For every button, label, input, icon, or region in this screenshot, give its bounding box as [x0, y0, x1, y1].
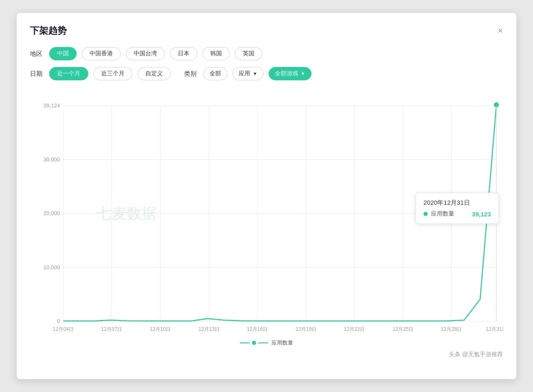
- region-taiwan[interactable]: 中国台湾: [126, 47, 165, 60]
- svg-text:10,000: 10,000: [43, 264, 60, 270]
- region-korea[interactable]: 韩国: [202, 47, 230, 60]
- footer-watermark: 头条 @无氪手游推荐: [30, 351, 503, 358]
- chevron-down-icon-game: ▼: [301, 71, 305, 76]
- modal-header: 下架趋势 ×: [30, 25, 503, 37]
- category-all-label: 全部: [209, 70, 221, 77]
- date-custom[interactable]: 自定义: [137, 67, 171, 80]
- date-filter-row: 日期 近一个月 近三个月 自定义 类别 全部 应用 ▼ 全部游戏 ▼: [30, 67, 503, 80]
- category-label: 类别: [184, 70, 197, 78]
- region-japan[interactable]: 日本: [170, 47, 197, 60]
- svg-text:12月07日: 12月07日: [101, 326, 122, 332]
- svg-text:12月19日: 12月19日: [296, 326, 316, 332]
- category-app-select[interactable]: 应用 ▼: [232, 67, 264, 80]
- svg-text:30,000: 30,000: [43, 156, 60, 162]
- tooltip-metric-name: 应用数量: [431, 210, 454, 218]
- chart-area: 39,124 30,000 20,000 10,000 0 12月04日 12月…: [30, 93, 503, 334]
- region-filter-row: 地区 中国 中国香港 中国台湾 日本 韩国 英国: [30, 47, 503, 60]
- svg-text:12月10日: 12月10日: [150, 326, 171, 332]
- svg-text:39,124: 39,124: [43, 102, 60, 109]
- region-hongkong[interactable]: 中国香港: [82, 47, 121, 60]
- tooltip-dot-icon: [423, 212, 428, 216]
- legend-dot-icon: [252, 341, 256, 345]
- legend-label: 应用数量: [271, 339, 293, 347]
- date-label: 日期: [30, 70, 42, 78]
- modal-container: 下架趋势 × 地区 中国 中国香港 中国台湾 日本 韩国 英国 日期 近一个月 …: [17, 13, 516, 379]
- chart-tooltip: 2020年12月31日 应用数量 39,123: [416, 193, 499, 224]
- tooltip-metric-row: 应用数量 39,123: [423, 210, 491, 218]
- region-china[interactable]: 中国: [49, 47, 77, 60]
- svg-text:12月22日: 12月22日: [344, 326, 365, 332]
- category-all-select[interactable]: 全部: [203, 67, 227, 80]
- svg-text:12月04日: 12月04日: [53, 326, 74, 332]
- svg-text:12月16日: 12月16日: [247, 326, 268, 332]
- svg-text:12月28日: 12月28日: [441, 326, 462, 332]
- chevron-down-icon: ▼: [253, 71, 257, 76]
- tooltip-metric-value: 39,123: [472, 211, 491, 218]
- close-button[interactable]: ×: [498, 26, 503, 35]
- chart-legend: 应用数量: [30, 339, 503, 347]
- date-three-months[interactable]: 近三个月: [93, 67, 132, 80]
- region-uk[interactable]: 英国: [235, 47, 262, 60]
- category-game-select[interactable]: 全部游戏 ▼: [269, 67, 311, 80]
- svg-text:12月31日: 12月31日: [486, 326, 503, 332]
- modal-title: 下架趋势: [30, 25, 67, 37]
- date-one-month[interactable]: 近一个月: [49, 67, 88, 80]
- region-label: 地区: [30, 50, 42, 58]
- svg-text:12月25日: 12月25日: [393, 326, 413, 332]
- legend-line: [240, 342, 250, 343]
- category-app-label: 应用: [239, 70, 250, 77]
- svg-text:0: 0: [57, 318, 60, 324]
- svg-text:12月13日: 12月13日: [199, 326, 219, 332]
- svg-text:20,000: 20,000: [43, 210, 60, 216]
- tooltip-date: 2020年12月31日: [423, 199, 491, 207]
- category-game-label: 全部游戏: [275, 70, 298, 77]
- legend-line-2: [258, 342, 268, 343]
